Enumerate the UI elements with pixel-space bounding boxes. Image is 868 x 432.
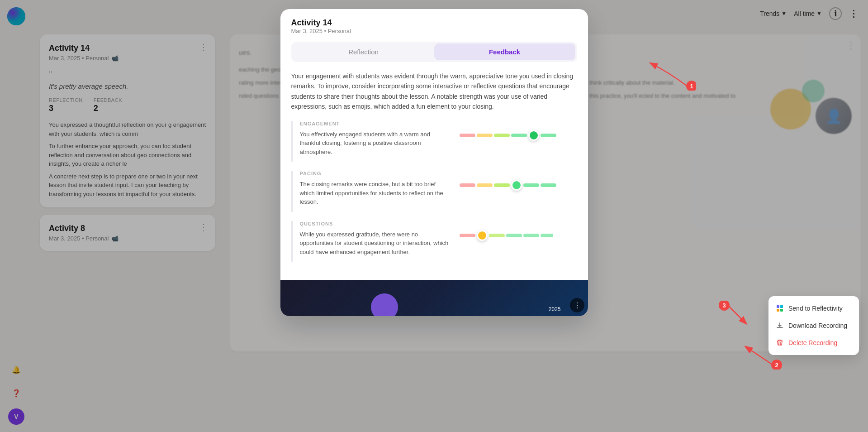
video-more-button[interactable]: ⋮	[570, 298, 584, 312]
download-icon	[776, 322, 784, 330]
video-purple-blob	[371, 293, 398, 316]
engagement-title: ENGAGEMENT	[300, 121, 577, 126]
delete-recording-item[interactable]: Delete Recording	[768, 334, 859, 351]
delete-recording-label: Delete Recording	[788, 339, 837, 346]
pacing-slider	[460, 180, 577, 191]
download-recording-label: Download Recording	[788, 322, 847, 329]
video-date: 2025	[549, 306, 561, 312]
svg-rect-3	[777, 309, 779, 312]
svg-rect-2	[780, 305, 783, 308]
tab-feedback[interactable]: Feedback	[434, 43, 575, 60]
engagement-body: You effectively engaged students with a …	[300, 130, 452, 157]
send-to-reflectivity-label: Send to Reflectivity	[788, 305, 843, 312]
modal-title: Activity 14	[291, 18, 577, 28]
download-recording-item[interactable]: Download Recording	[768, 317, 859, 334]
modal-intro-text: Your engagement with students was eviden…	[291, 71, 577, 112]
engagement-row: You effectively engaged students with a …	[300, 130, 577, 162]
modal-header: Activity 14 Mar 3, 2025 • Personal Refle…	[280, 9, 588, 62]
questions-body: While you expressed gratitude, there wer…	[300, 230, 452, 257]
modal-tabs: Reflection Feedback	[291, 42, 577, 62]
modal-dialog: Activity 14 Mar 3, 2025 • Personal Refle…	[280, 9, 588, 316]
feedback-section-questions: QUESTIONS While you expressed gratitude,…	[291, 221, 577, 262]
questions-row: While you expressed gratitude, there wer…	[300, 230, 577, 262]
svg-rect-4	[780, 309, 783, 312]
send-icon	[776, 304, 784, 312]
modal-video-thumbnail: ⋮ 2025	[280, 280, 588, 316]
feedback-section-engagement: ENGAGEMENT You effectively engaged stude…	[291, 121, 577, 162]
modal-meta: Mar 3, 2025 • Personal	[291, 28, 577, 34]
dropdown-menu: Send to Reflectivity Download Recording …	[768, 296, 859, 355]
pacing-body: The closing remarks were concise, but a …	[300, 180, 452, 206]
modal-body: Your engagement with students was eviden…	[280, 62, 588, 280]
send-to-reflectivity-item[interactable]: Send to Reflectivity	[768, 300, 859, 317]
pacing-row: The closing remarks were concise, but a …	[300, 180, 577, 212]
questions-slider	[460, 230, 577, 241]
svg-rect-1	[777, 305, 779, 308]
questions-title: QUESTIONS	[300, 221, 577, 226]
feedback-section-pacing: PACING The closing remarks were concise,…	[291, 171, 577, 212]
delete-icon	[776, 339, 784, 347]
modal-overlay: Activity 14 Mar 3, 2025 • Personal Refle…	[0, 0, 868, 432]
tab-reflection[interactable]: Reflection	[293, 43, 434, 60]
engagement-slider	[460, 130, 577, 141]
pacing-title: PACING	[300, 171, 577, 176]
